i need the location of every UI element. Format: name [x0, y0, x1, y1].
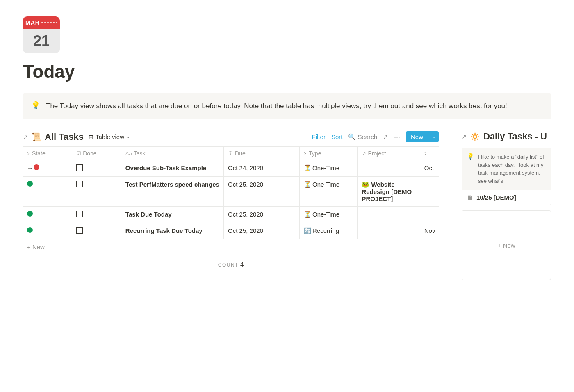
view-switcher[interactable]: ⊞ Table view ⌄ [89, 133, 130, 140]
col-project[interactable]: ↗Project [358, 147, 420, 160]
hourglass-icon: ⏳ [304, 211, 312, 218]
col-state[interactable]: ΣState [23, 147, 72, 160]
col-extra[interactable]: Σ [420, 147, 439, 160]
db-title-all-tasks[interactable]: All Tasks [45, 132, 84, 142]
db-icon: 📜 [31, 132, 41, 142]
col-done[interactable]: ☑Done [72, 147, 121, 160]
search-label: Search [358, 133, 377, 140]
task-name[interactable]: Overdue Sub-Task Example [125, 164, 206, 171]
tasks-table: ΣState ☑Done AaTask 🗓Due ΣType ↗Project … [23, 146, 439, 239]
search-button[interactable]: 🔍 Search [348, 133, 377, 141]
due-date: Oct 25, 2020 [224, 177, 300, 207]
sort-button[interactable]: Sort [331, 133, 343, 140]
hourglass-icon: ⏳ [304, 164, 312, 171]
info-callout: 💡 The Today view shows all tasks that ar… [23, 93, 551, 119]
state-indicator-icon [34, 164, 39, 170]
due-date: Oct 24, 2020 [224, 160, 300, 177]
task-name[interactable]: Recurring Task Due Today [125, 227, 203, 234]
state-indicator-icon [27, 211, 33, 217]
task-name[interactable]: Test PerfMatters speed changes [125, 181, 219, 188]
sun-icon: 🔅 [470, 132, 480, 141]
table-row[interactable]: Task Due Today Oct 25, 2020 ⏳One-Time [23, 207, 439, 223]
table-row[interactable]: Recurring Task Due Today Oct 25, 2020 🔄R… [23, 223, 439, 239]
new-button[interactable]: New ⌄ [406, 131, 439, 142]
lightbulb-icon: 💡 [467, 153, 474, 185]
new-button-label: New [406, 131, 428, 142]
done-checkbox[interactable] [76, 181, 83, 187]
card-preview-text: I like to make a "daily list" of tasks e… [478, 153, 546, 185]
done-checkbox[interactable] [76, 227, 83, 234]
col-task[interactable]: AaTask [121, 147, 223, 160]
callout-text: The Today view shows all tasks that are … [46, 101, 507, 112]
task-name[interactable]: Task Due Today [125, 211, 172, 218]
open-as-page-icon[interactable]: ↗ [462, 133, 467, 140]
table-icon: ⊞ [89, 134, 93, 140]
lightbulb-icon: 💡 [31, 101, 40, 112]
hourglass-icon: ⏳ [304, 181, 312, 188]
search-icon: 🔍 [348, 133, 356, 141]
done-checkbox[interactable] [76, 211, 83, 217]
calendar-day: 21 [33, 32, 50, 50]
page-title: Today [23, 62, 551, 82]
table-row[interactable]: Test PerfMatters speed changes Oct 25, 2… [23, 177, 439, 207]
page-icon-calendar[interactable]: MAR 21 [23, 16, 60, 53]
new-card-button[interactable]: + New [462, 210, 551, 280]
col-due[interactable]: 🗓Due [224, 147, 300, 160]
done-checkbox[interactable] [76, 164, 83, 171]
chevron-down-icon: ⌄ [126, 134, 130, 139]
project-icon: 🐸 [362, 181, 369, 188]
expand-icon[interactable]: ⤢ [383, 133, 388, 141]
gallery-card[interactable]: 💡 I like to make a "daily list" of tasks… [462, 148, 551, 205]
state-indicator-icon [27, 181, 33, 187]
db-title-daily-tasks[interactable]: Daily Tasks - U [483, 131, 547, 142]
table-row[interactable]: → Overdue Sub-Task Example Oct 24, 2020 … [23, 160, 439, 177]
card-title: 10/25 [DEMO] [476, 194, 516, 201]
filter-button[interactable]: Filter [312, 133, 326, 140]
state-indicator-icon [27, 227, 33, 233]
open-as-page-icon[interactable]: ↗ [23, 134, 28, 140]
count-footer: COUNT4 [23, 255, 439, 273]
due-date: Oct 25, 2020 [224, 207, 300, 223]
view-label: Table view [96, 133, 124, 140]
new-button-dropdown[interactable]: ⌄ [428, 132, 439, 141]
document-icon: 🗎 [467, 194, 473, 201]
recurring-icon: 🔄 [304, 227, 312, 234]
due-date: Oct 25, 2020 [224, 223, 300, 239]
new-row-button[interactable]: + New [23, 239, 439, 255]
calendar-month: MAR [25, 19, 40, 26]
more-icon[interactable]: ⋯ [394, 133, 400, 141]
col-type[interactable]: ΣType [300, 147, 358, 160]
